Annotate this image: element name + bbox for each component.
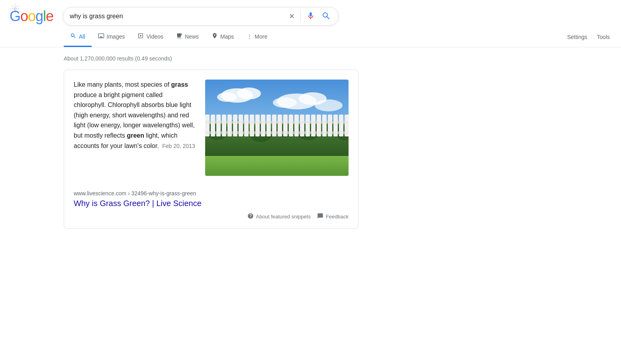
feedback-icon (317, 213, 323, 220)
clear-icon: ✕ (289, 12, 295, 21)
featured-snippet: Like many plants, most species of grass … (64, 70, 358, 229)
mic-icon (306, 12, 315, 21)
snippet-text-part1: Like many plants, most species of (74, 81, 171, 88)
nav-settings: Settings Tools (562, 28, 615, 46)
svg-rect-47 (205, 121, 349, 124)
snippet-text: Like many plants, most species of grass … (74, 80, 196, 151)
search-bar-icons: ✕ (288, 10, 332, 23)
tools-button[interactable]: Tools (592, 28, 615, 46)
logo-g2: g (35, 8, 43, 24)
results-area: About 1,270,000,000 results (0.49 second… (0, 47, 358, 237)
search-bar[interactable]: ✕ (63, 7, 339, 25)
tab-news-label: News (185, 33, 199, 40)
doodle-icon (10, 3, 21, 16)
logo-e: e (46, 8, 53, 24)
more-icon: ⋮ (247, 33, 252, 40)
snippet-url: www.livescience.com › 32496-why-is-grass… (74, 190, 349, 197)
all-search-icon (70, 33, 76, 40)
snippet-content: Like many plants, most species of grass … (74, 80, 349, 176)
svg-point-11 (273, 97, 297, 108)
snippet-image[interactable] (205, 80, 349, 176)
videos-icon (137, 33, 144, 40)
search-input[interactable] (70, 13, 283, 20)
logo-o2: o (28, 8, 35, 24)
feedback-button[interactable]: Feedback (317, 213, 349, 220)
tab-all[interactable]: All (64, 27, 92, 47)
question-icon (247, 213, 254, 220)
svg-point-12 (315, 99, 343, 111)
about-snippets-label: About featured snippets (256, 214, 311, 220)
search-submit-button[interactable] (321, 10, 332, 23)
tab-images[interactable]: Images (92, 27, 131, 47)
feedback-label: Feedback (326, 214, 349, 220)
tab-videos[interactable]: Videos (131, 27, 170, 47)
tab-all-label: All (79, 33, 85, 40)
icon-divider (300, 12, 301, 21)
tab-videos-label: Videos (146, 33, 163, 40)
svg-point-8 (217, 92, 237, 102)
header: Google ✕ (0, 0, 621, 25)
snippet-bold-grass: grass (171, 81, 188, 88)
tab-images-label: Images (107, 33, 125, 40)
images-icon (98, 33, 104, 40)
settings-button[interactable]: Settings (562, 28, 592, 46)
svg-line-4 (17, 6, 18, 7)
svg-line-3 (12, 6, 14, 7)
tab-news[interactable]: News (170, 27, 205, 47)
svg-rect-48 (205, 131, 349, 134)
svg-point-7 (237, 88, 261, 99)
tab-more[interactable]: ⋮ More (240, 28, 274, 47)
tab-more-label: More (255, 33, 267, 40)
news-icon (176, 33, 182, 40)
search-icon (321, 11, 331, 22)
voice-search-button[interactable] (306, 11, 316, 22)
maps-icon (212, 33, 218, 40)
snippet-bold-green: green (127, 132, 144, 139)
nav-bar: All Images Videos (0, 27, 621, 47)
snippet-footer: About featured snippets Feedback (74, 213, 349, 220)
logo-o1: o (20, 8, 28, 24)
results-count: About 1,270,000,000 results (0.49 second… (64, 55, 358, 62)
tab-maps[interactable]: Maps (205, 27, 240, 47)
about-snippets-button[interactable]: About featured snippets (247, 213, 311, 220)
nav-tabs: All Images Videos (64, 27, 274, 47)
snippet-date: Feb 20, 2013 (162, 143, 195, 149)
clear-button[interactable]: ✕ (288, 11, 296, 21)
tab-maps-label: Maps (220, 33, 234, 40)
snippet-title-link[interactable]: Why is Grass Green? | Live Science (74, 199, 202, 208)
snippet-source: www.livescience.com › 32496-why-is-grass… (74, 184, 349, 208)
